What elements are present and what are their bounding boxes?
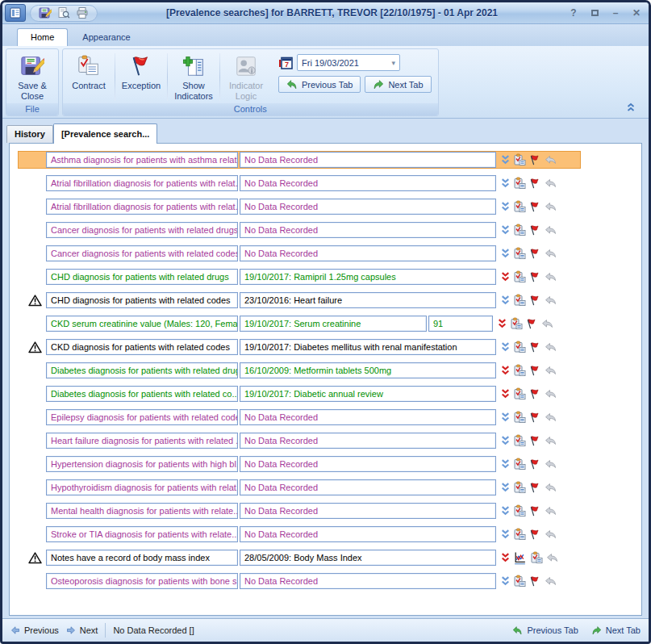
row-label[interactable]: Atrial fibrillation diagnosis for patien… [46,175,238,191]
flag-icon[interactable] [529,505,541,517]
tab-home[interactable]: Home [17,28,68,46]
show-indicators-button[interactable]: Show Indicators [169,51,218,103]
row-label[interactable]: Asthma diagnosis for patients with asthm… [46,152,238,168]
expand-chevron-icon[interactable] [501,249,510,258]
indicator-row[interactable]: CHD diagnosis for patients with related … [18,268,581,286]
save-icon[interactable] [39,6,52,19]
flag-icon[interactable] [529,435,541,447]
expand-chevron-icon[interactable] [501,202,510,211]
row-value[interactable]: No Data Recorded [240,456,496,472]
indicator-row[interactable]: Osteoporosis diagnosis for patients with… [18,572,581,590]
indicator-row[interactable]: CHD diagnosis for patients with related … [18,291,581,309]
flag-icon[interactable] [529,248,541,260]
flag-icon[interactable] [529,365,541,377]
row-label[interactable]: Notes have a record of body mass index [46,550,238,566]
flag-icon[interactable] [529,575,541,588]
row-label[interactable]: Epilepsy diagnosis for patients with rel… [46,409,238,425]
row-value[interactable]: 19/10/2017: Diabetes mellitus with renal… [240,339,496,355]
expand-chevron-icon[interactable] [501,366,510,375]
indicator-row[interactable]: Cancer diagnosis for patients with relat… [18,221,581,239]
row-value[interactable]: 16/10/2009: Metformin tablets 500mg [240,362,496,378]
row-label[interactable]: CKD serum creatinine value (Males: 120, … [46,316,238,332]
exception-edit-icon[interactable] [513,458,526,470]
expand-chevron-icon[interactable] [501,459,510,469]
row-value[interactable]: 19/10/2017: Serum creatinine [240,316,427,332]
exception-edit-icon[interactable] [513,200,526,213]
exception-edit-icon[interactable] [513,294,526,307]
row-label[interactable]: CHD diagnosis for patients with related … [46,292,238,308]
chart-icon[interactable] [513,551,527,565]
row-label[interactable]: Hypothyroidism diagnosis for patients wi… [46,479,238,496]
indicator-row[interactable]: Stroke or TIA diagnosis for patients wit… [18,525,581,543]
expand-chevron-icon[interactable] [501,506,510,516]
print-icon[interactable] [76,6,89,19]
indicator-row[interactable]: Hypothyroidism diagnosis for patients wi… [18,479,581,496]
flag-icon[interactable] [529,178,541,190]
save-close-button[interactable]: Save & Close [8,51,56,103]
previous-tab-button-footer[interactable]: Previous Tab [512,625,578,636]
minimize-icon[interactable]: – [608,6,623,19]
row-value[interactable]: No Data Recorded [240,526,496,542]
exception-edit-icon[interactable] [513,434,526,447]
flag-icon[interactable] [526,318,538,330]
row-label[interactable]: Osteoporosis diagnosis for patients with… [46,573,238,589]
indicator-row[interactable]: Mental health diagnosis for patients wit… [18,502,581,520]
expand-chevron-icon[interactable] [501,576,510,586]
next-button[interactable]: Next [66,625,98,635]
exception-edit-icon[interactable] [513,528,526,541]
expand-chevron-icon[interactable] [501,412,510,422]
row-label[interactable]: Atrial fibrillation diagnosis for patien… [46,199,238,215]
row-value[interactable]: No Data Recorded [240,573,496,589]
row-value[interactable]: No Data Recorded [240,503,496,519]
row-value[interactable]: 23/10/2016: Heart failure [240,292,496,308]
row-label[interactable]: Hypertension diagnosis for patients with… [46,456,238,472]
flag-icon[interactable] [529,295,541,307]
indicator-row[interactable]: Diabetes diagnosis for patients with rel… [18,362,581,379]
exception-edit-icon[interactable] [513,575,526,588]
flag-icon[interactable] [529,388,541,400]
indicator-row[interactable]: Asthma diagnosis for patients with asthm… [18,151,581,169]
expand-chevron-icon[interactable] [501,225,510,235]
flag-icon[interactable] [529,458,541,470]
exception-edit-icon[interactable] [513,153,526,166]
flag-icon[interactable] [529,154,541,166]
row-value[interactable]: No Data Recorded [240,175,496,191]
restore-icon[interactable] [587,6,602,19]
row-label[interactable]: Diabetes diagnosis for patients with rel… [46,386,238,402]
row-label[interactable]: CHD diagnosis for patients with related … [46,269,238,285]
close-icon[interactable]: ✕ [629,6,644,19]
row-value[interactable]: No Data Recorded [240,199,496,215]
next-tab-button-footer[interactable]: Next Tab [591,625,641,636]
exception-edit-icon[interactable] [510,317,523,330]
expand-chevron-icon[interactable] [501,389,510,399]
row-value[interactable]: No Data Recorded [240,409,496,425]
previous-tab-button[interactable]: Previous Tab [278,76,361,93]
collapse-ribbon-icon[interactable] [626,102,636,111]
row-label[interactable]: Cancer diagnosis for patients with relat… [46,245,238,261]
expand-chevron-icon[interactable] [501,295,510,305]
exception-edit-icon[interactable] [513,504,526,517]
expand-chevron-icon[interactable] [498,319,507,328]
application-menu-button[interactable] [5,4,26,22]
expand-chevron-icon[interactable] [501,436,510,445]
print-preview-icon[interactable] [57,6,70,19]
indicator-row[interactable]: Cancer diagnosis for patients with relat… [18,245,581,262]
exception-edit-icon[interactable] [513,177,526,190]
exception-edit-icon[interactable] [513,341,526,353]
tab-prevalence-search[interactable]: [Prevalence search... [53,123,157,144]
exception-edit-icon[interactable] [513,481,526,494]
row-value2[interactable]: 91 [428,316,493,332]
row-value[interactable]: No Data Recorded [240,152,496,168]
row-value[interactable]: No Data Recorded [240,479,496,496]
row-value[interactable]: 19/10/2017: Diabetic annual review [240,386,496,402]
row-label[interactable]: Cancer diagnosis for patients with relat… [46,222,238,238]
help-icon[interactable]: ? [566,6,581,19]
flag-icon[interactable] [529,224,541,236]
date-picker[interactable]: Fri 19/03/2021 ▾ [297,54,400,71]
row-value[interactable]: 28/05/2009: Body Mass Index [240,550,496,566]
exception-edit-icon[interactable] [513,387,526,400]
row-value[interactable]: No Data Recorded [240,433,496,449]
row-value[interactable]: 19/10/2017: Ramipril 1.25mg capsules [240,269,496,285]
expand-chevron-icon[interactable] [501,272,510,282]
row-value[interactable]: No Data Recorded [240,222,496,238]
